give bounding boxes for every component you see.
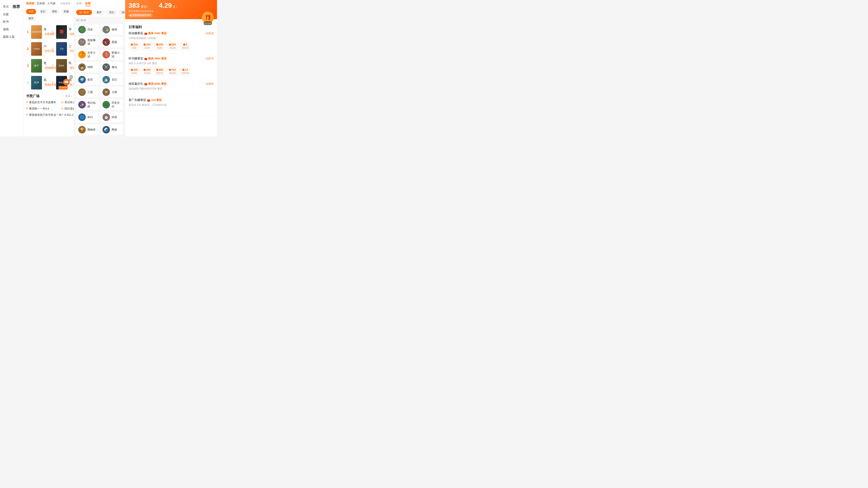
tag-card-4[interactable]: 🍊 文学小说 [76,49,99,60]
filter-dushi[interactable]: 都市 [26,16,36,21]
forum-text-2: 番茄唯一一本9.9 [29,107,49,110]
tag-name-12: 奇幻仙侠 [87,101,97,108]
forum-title: 书荒广场 [26,94,39,98]
forum-item-r1[interactable]: # 有没有古代纯... [62,99,74,105]
tag-card-8[interactable]: 🌍 架空 [76,74,99,85]
tomato-label[interactable]: 番茄 [141,5,147,8]
tomato-count: 383 [128,2,140,9]
book-item-6[interactable]: 6 三国 三国配角演义 古代文... [49,40,74,57]
book-row-4: 4 风声 风声 茅盾文学奖 › 8 朝闻道 朝闻道 和... [24,74,74,91]
tag-card-6[interactable]: 🧑 神探 [76,62,99,72]
book-info-4: 风声 茅盾文学奖 › [43,78,47,87]
book-item-4[interactable]: 4 风声 风声 茅盾文学奖 › [24,74,49,91]
lottery-action[interactable]: 去抽奖 [206,82,214,86]
tag-card-3[interactable]: 🦅 悬疑 [100,37,123,47]
tags-section-label: 热门标签 [74,17,125,23]
hot-pill-0[interactable]: 热门标签 [76,10,92,15]
listen-earn-sub: 再听 5 分钟可得 180 番茄 [128,62,214,65]
tag-card-12[interactable]: ✨ 奇幻仙侠 [76,99,99,110]
right-panel: 383 番茄 › 每天凌晨自动兑换成现金 ▶ 含涨现金收益0.09元 4.29 … [125,0,217,136]
tag-card-13[interactable]: 🌲 历史古代 [100,99,123,110]
listen-point-3: 720 60分钟 [167,67,178,76]
book-item-3[interactable]: 3 老千 老千 内容精彩丰富 › [24,57,49,74]
tag-card-15[interactable]: ⏰ 武侠 [100,112,123,123]
hot-pill-2[interactable]: 玄幻 [106,10,117,15]
tag-icon-12: ✨ [78,101,86,108]
tag-card-5[interactable]: 🎙️ 影视小说 [100,49,123,60]
tag-card-9[interactable]: 🏔️ 玄幻 [100,74,123,85]
tag-card-1[interactable]: 🎭 推理 [100,24,123,35]
tab-renqi[interactable]: 人气榜 [48,2,56,5]
forum-item-r2[interactable]: # 现代谍战，... [62,105,74,112]
tab-wanben[interactable]: 完本榜 [37,2,45,5]
yuan-stat[interactable]: 4.29 元 › [159,2,177,9]
tag-card-16[interactable]: 🏆 囤物资 [76,124,99,135]
nav-chuban[interactable]: 出版 [0,11,24,18]
tab-tuijian[interactable]: 推荐榜 [26,2,34,5]
listen-point-0: 180 5分钟 [128,67,140,76]
tag-card-7[interactable]: ⚔️ 修仙 [100,62,123,72]
forum-left: # 番茄的无字天书是哪本 # 番茄唯一一本9.9 # 番茄难道就只有另兽这一本 [26,99,62,118]
tag-name-8: 架空 [87,78,93,82]
filter-xitong[interactable]: 系统 [50,9,59,14]
tag-card-0[interactable]: 🌿 历史 [76,24,99,35]
nav-tuijian[interactable]: 推荐 [12,4,20,9]
book-tag-5[interactable]: 杀摩点天... [69,32,74,36]
nav-tingshu[interactable]: 听书 [0,18,24,26]
tag-icon-5: 🎙️ [102,51,110,58]
income-badge[interactable]: ▶ 含涨现金收益0.09元 [128,13,153,17]
nav-header: 关注 推荐 [0,2,24,11]
tag-card-17[interactable]: 🌊 网游 [100,124,123,135]
nav-zuixin[interactable]: 最新上架 [0,33,24,41]
read-earn-title: 阅读赚番茄 🍅 最高 5400 番茄 [128,32,166,35]
book-item-7[interactable]: 7 民国奇 民国奇人 情节曲... [49,57,74,74]
forum-header: 书荒广场 更多 › [24,92,74,99]
tag-name-2: 悬疑脑洞 [87,38,97,46]
forum-more-link[interactable]: 更多 › [65,95,72,98]
book-tag-7[interactable]: 情节曲... [69,66,74,70]
more-list-link[interactable]: 完整榜单 › [60,2,72,5]
forum-item-1[interactable]: # 番茄的无字天书是哪本 [26,99,62,105]
read-point-3: 200 10分钟 [167,42,178,51]
book-item-2[interactable]: 2 六神磊磊 六神磊磊读金庸 文学小说 [24,40,49,57]
filter-xuanhuan[interactable]: 玄幻 [38,9,48,14]
close-popup-8[interactable]: ✕ [69,75,73,79]
filter-chuanyue[interactable]: 穿越 [61,9,71,14]
forum-text-r3: 9.5以上书... [64,113,74,117]
book-tag-6[interactable]: 古代文... [69,49,74,53]
book-item-5[interactable]: 5 罪 罪全书7 杀摩点天... [49,24,74,40]
listen-earn-card: 听书赚番茄 🍅 最高 4680 番茄 去听书 再听 5 分钟可得 180 番茄 … [128,57,214,79]
book-info-3: 老千 内容精彩丰富 › [43,61,47,70]
forum-text-1: 番茄的无字天书是哪本 [29,100,56,104]
recommend-panel: 推荐榜 完本榜 人气榜 完整榜单 › 全部 玄幻 系统 穿越 都市 1 传说管理… [24,0,74,136]
book-item-1[interactable]: 1 传说管理局 传说管理局 主线清晰 › [24,24,49,40]
forum-item-3[interactable]: # 番茄难道就只有另兽这一本 [26,112,62,118]
forum-item-r3[interactable]: # 9.5以上书... [62,112,74,118]
tag-icon-6: 🧑 [78,63,86,71]
forum-item-2[interactable]: # 番茄唯一一本9.9 [26,105,62,112]
read-point-0: 100 30秒 [128,42,140,51]
book-item-8[interactable]: 8 朝闻道 朝闻道 和... 📖 听读赚钱 ✕ [49,74,74,91]
tag-icon-3: 🦅 [102,38,110,46]
lottery-sub: 连续抽奖可额外获得1556 番茄 [128,87,214,91]
book-title-3: 老千 [43,61,47,65]
hot-pill-1[interactable]: 都市 [94,10,104,15]
book-cover-5: 罪 [56,25,67,39]
filter-all[interactable]: 全部 [26,9,36,14]
tag-card-10[interactable]: 🏹 三国 [76,87,99,98]
read-earn-action[interactable]: 去阅读 [206,32,214,35]
tag-card-11[interactable]: 🦁 大唐 [100,87,123,98]
tag-name-16: 囤物资 [87,128,96,132]
tag-card-2[interactable]: 🔮 悬疑脑洞 [76,37,99,47]
yuan-label: 元 [173,5,176,8]
book-title-7: 民国奇人 [69,61,72,65]
nav-guanzhu[interactable]: 关注 [3,5,9,8]
tags-tab-all-left[interactable]: 全部 [76,2,82,6]
lottery-chest[interactable]: 🎁 4分50秒 [202,12,214,23]
book-info-5: 罪全书7 杀摩点天... [69,28,72,37]
tags-tab-all-active[interactable]: 全部 [85,2,91,6]
nav-manhua[interactable]: 漫画 [0,26,24,33]
listen-earn-action[interactable]: 去听书 [206,57,214,61]
hot-pill-3[interactable]: 游戏动漫 [119,10,125,15]
tag-card-14[interactable]: 🌐 科幻 [76,112,99,123]
